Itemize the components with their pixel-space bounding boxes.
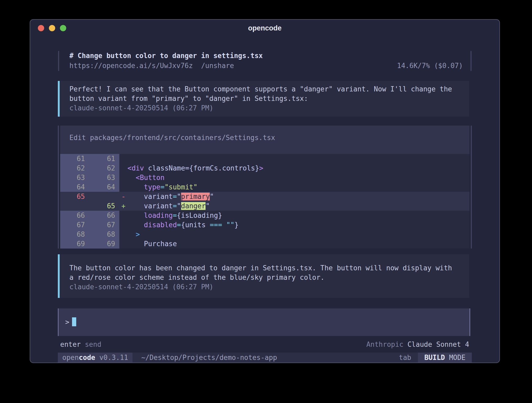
edit-tool-title: Edit packages/frontend/src/containers/Se… <box>60 126 469 154</box>
assistant-message: The button color has been changed to dan… <box>58 254 469 298</box>
diff-row: 65- variant="primary" <box>60 192 469 201</box>
app-name-code: code <box>79 354 95 361</box>
prompt-chevron: > <box>65 318 69 326</box>
message-text: Perfect! I can see that the Button compo… <box>69 84 464 103</box>
app-version-chip: opencodev0.3.11 <box>58 353 132 363</box>
diff-row: 6262<div className={formCs.controls}> <box>60 163 469 173</box>
prompt-input[interactable]: > <box>58 308 470 336</box>
send-hint: entersend <box>60 340 101 349</box>
maximize-window-button[interactable] <box>60 25 66 31</box>
session-content: # Change button color to danger in setti… <box>30 37 499 363</box>
minimize-window-button[interactable] <box>49 25 55 31</box>
assistant-message: Perfect! I can see that the Button compo… <box>58 81 469 117</box>
window-title: opencode <box>30 24 499 32</box>
status-bar: opencodev0.3.11 ~/Desktop/Projects/demo-… <box>58 353 472 363</box>
diff-row: 6363 <Button <box>60 173 469 182</box>
edit-tool-panel: Edit packages/frontend/src/containers/Se… <box>60 126 469 249</box>
tab-key-hint: tab <box>399 353 411 363</box>
share-url[interactable]: https://opencode.ai/s/UwJxv76z <box>69 62 193 70</box>
diff-row: 6969 Purchase <box>60 239 469 249</box>
mode-name: BUILD <box>424 354 445 361</box>
token-usage: 14.6K/7% ($0.07) <box>397 61 463 70</box>
send-hint-key: enter <box>60 340 81 348</box>
model-name: Claude Sonnet 4 <box>407 340 469 348</box>
traffic-lights <box>38 20 66 37</box>
app-version: v0.3.11 <box>99 354 128 361</box>
app-name-open: open <box>62 354 79 361</box>
session-title: # Change button color to danger in setti… <box>69 51 460 61</box>
mode-toggle[interactable]: BUILDMODE <box>418 353 472 363</box>
opencode-window: opencode # Change button color to danger… <box>30 19 500 363</box>
session-header: # Change button color to danger in setti… <box>58 50 472 71</box>
model-provider: Anthropic <box>366 340 403 348</box>
mode-label: MODE <box>449 354 465 361</box>
send-hint-action: send <box>85 340 101 348</box>
diff-row: 6464 type="submit" <box>60 182 469 192</box>
close-window-button[interactable] <box>38 25 44 31</box>
project-path: ~/Desktop/Projects/demo-notes-app <box>141 353 277 363</box>
diff-row: 6666 loading={isLoading} <box>60 211 469 220</box>
diff-row: 6161 <box>60 154 469 163</box>
diff-row: 6767 disabled={units === ""} <box>60 220 469 230</box>
diff-row: 65+ variant="danger" <box>60 201 469 211</box>
message-text: The button color has been changed to dan… <box>69 263 464 282</box>
diff-row: 6868 > <box>60 230 469 239</box>
footer-hints: entersend AnthropicClaude Sonnet 4 <box>60 340 469 349</box>
unshare-command[interactable]: /unshare <box>201 62 234 70</box>
model-indicator: AnthropicClaude Sonnet 4 <box>366 340 469 349</box>
window-titlebar: opencode <box>30 20 499 37</box>
text-cursor <box>72 317 76 326</box>
message-meta: claude-sonnet-4-20250514 (06:27 PM) <box>69 103 464 113</box>
message-meta: claude-sonnet-4-20250514 (06:27 PM) <box>69 282 464 292</box>
session-subheader: https://opencode.ai/s/UwJxv76z/unshare 1… <box>69 61 460 71</box>
diff-rows: 61616262<div className={formCs.controls}… <box>60 154 469 249</box>
